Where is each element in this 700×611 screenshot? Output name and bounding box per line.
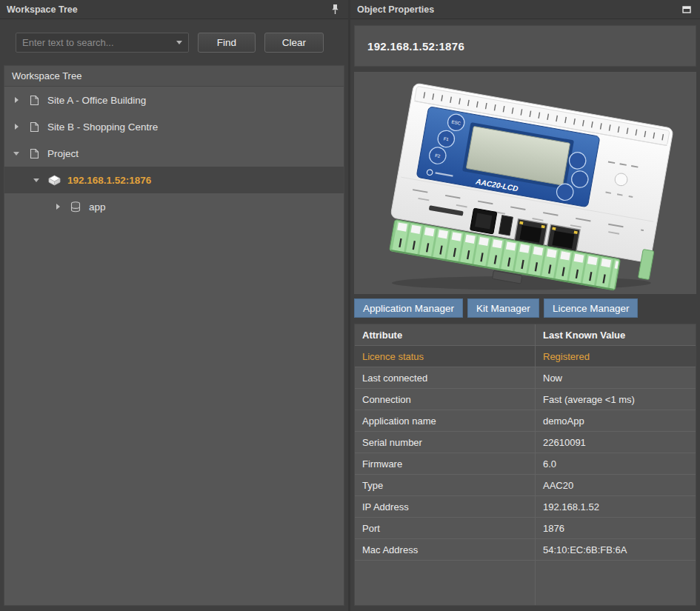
table-filler-value <box>535 561 696 605</box>
caret-down-icon[interactable] <box>12 152 21 156</box>
licence-manager-button[interactable]: Licence Manager <box>544 298 639 318</box>
table-filler <box>355 561 696 605</box>
tree-item-app[interactable]: app <box>4 193 344 220</box>
attribute-cell: Connection <box>355 389 535 410</box>
caret-down-icon[interactable] <box>32 178 41 182</box>
caret-right-icon[interactable] <box>53 204 62 210</box>
workspace-tree: Workspace Tree Site A - Office Building <box>4 65 344 606</box>
table-row[interactable]: Port 1876 <box>355 518 696 539</box>
value-cell: 54:10:EC:6B:FB:6A <box>535 539 696 560</box>
caret-right-icon[interactable] <box>12 124 21 130</box>
table-row[interactable]: Mac Address 54:10:EC:6B:FB:6A <box>355 539 696 561</box>
object-properties-panel-header: Object Properties <box>350 0 700 19</box>
table-row[interactable]: Connection Fast (average <1 ms) <box>355 389 696 410</box>
workspace-tree-panel-header: Workspace Tree <box>0 0 348 19</box>
document-icon <box>27 121 41 133</box>
tree-item-label: app <box>89 201 106 213</box>
tree-item-site-a[interactable]: Site A - Office Building <box>4 87 344 113</box>
dropdown-arrow-icon[interactable] <box>170 33 188 52</box>
value-cell: Registered <box>535 346 696 367</box>
tree-item-label: Site A - Office Building <box>47 95 146 106</box>
table-header-row: Attribute Last Known Value <box>355 324 696 346</box>
pin-icon[interactable] <box>328 3 341 16</box>
value-cell: demoApp <box>535 410 696 431</box>
tree-item-project[interactable]: Project <box>4 140 344 167</box>
attribute-cell: Firmware <box>355 453 535 474</box>
column-header-attribute: Attribute <box>355 324 535 345</box>
value-cell: Now <box>535 367 696 388</box>
column-header-value: Last Known Value <box>535 324 696 345</box>
table-filler-attribute <box>355 561 535 605</box>
manager-buttons: Application Manager Kit Manager Licence … <box>354 298 700 318</box>
workspace-tree-panel: Workspace Tree Find Clear Workspace Tree <box>0 0 348 611</box>
device-icon <box>47 175 61 186</box>
attribute-cell: IP Address <box>355 496 535 517</box>
table-row[interactable]: Application name demoApp <box>355 410 696 432</box>
workspace-tree-panel-title: Workspace Tree <box>7 4 78 15</box>
table-row[interactable]: Licence status Registered <box>355 346 696 367</box>
table-row[interactable]: Firmware 6.0 <box>355 453 696 475</box>
attribute-cell: Application name <box>355 410 535 431</box>
table-row[interactable]: IP Address 192.168.1.52 <box>355 496 696 518</box>
tree-column-header: Workspace Tree <box>4 66 344 87</box>
attribute-cell: Last connected <box>355 367 535 388</box>
value-cell: 6.0 <box>535 453 696 474</box>
device-image: ESC F1 F2 AAC20-LCD <box>354 72 696 294</box>
table-row[interactable]: Type AAC20 <box>355 475 696 496</box>
properties-table: Attribute Last Known Value Licence statu… <box>354 324 696 606</box>
attribute-cell: Port <box>355 518 535 538</box>
find-button[interactable]: Find <box>198 33 256 53</box>
attribute-cell: Licence status <box>355 346 535 367</box>
object-properties-panel: Object Properties 192.168.1.52:1876 <box>350 0 700 611</box>
tree-item-label: Project <box>47 148 79 159</box>
search-toolbar: Find Clear <box>0 19 348 65</box>
tree-item-controller[interactable]: 192.168.1.52:1876 <box>4 167 344 193</box>
document-icon <box>27 148 41 159</box>
search-input[interactable] <box>16 37 170 48</box>
document-icon <box>27 95 41 106</box>
tree-item-label: Site B - Shopping Centre <box>47 121 158 133</box>
tree-item-label: 192.168.1.52:1876 <box>67 175 151 186</box>
application-manager-button[interactable]: Application Manager <box>354 298 463 318</box>
tree-item-site-b[interactable]: Site B - Shopping Centre <box>4 113 344 140</box>
attribute-cell: Type <box>355 475 535 495</box>
database-icon <box>69 201 82 213</box>
value-cell: 192.168.1.52 <box>535 496 696 517</box>
value-cell: 1876 <box>535 518 696 538</box>
restore-window-icon[interactable] <box>680 3 693 16</box>
value-cell: AAC20 <box>535 475 696 495</box>
tree-column-header-label: Workspace Tree <box>12 70 81 81</box>
kit-manager-button[interactable]: Kit Manager <box>467 298 539 318</box>
table-row[interactable]: Serial number 22610091 <box>355 432 696 453</box>
device-title-box: 192.168.1.52:1876 <box>354 25 696 67</box>
attribute-cell: Mac Address <box>355 539 535 560</box>
app-window: Workspace Tree Find Clear Workspace Tree <box>0 0 700 611</box>
value-cell: Fast (average <1 ms) <box>535 389 696 410</box>
clear-button[interactable]: Clear <box>264 33 324 53</box>
device-title: 192.168.1.52:1876 <box>367 40 464 53</box>
caret-right-icon[interactable] <box>12 97 21 103</box>
table-row[interactable]: Last connected Now <box>355 367 696 389</box>
object-properties-panel-title: Object Properties <box>357 4 434 15</box>
search-combobox[interactable] <box>16 33 189 53</box>
value-cell: 22610091 <box>535 432 696 453</box>
attribute-cell: Serial number <box>355 432 535 453</box>
device-photo: ESC F1 F2 AAC20-LCD <box>360 73 690 293</box>
